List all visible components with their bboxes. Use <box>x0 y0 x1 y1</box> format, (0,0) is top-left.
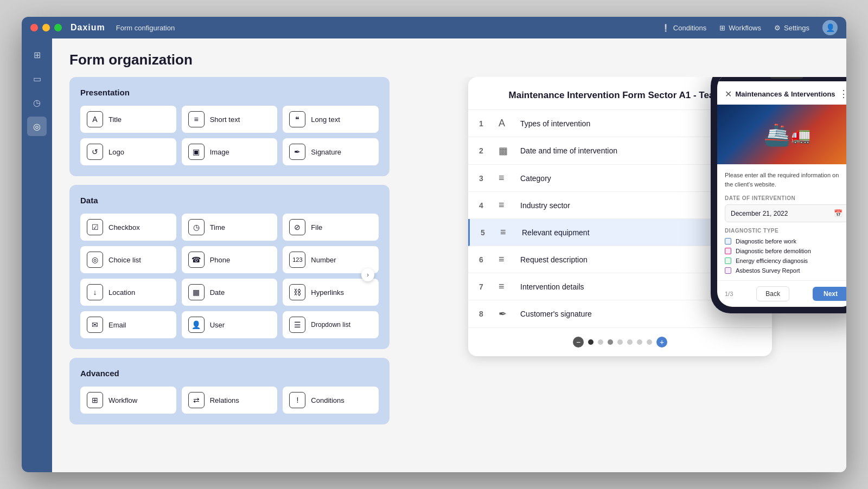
presentation-grid: A Title ≡ Short text ❝ Long text <box>80 106 379 165</box>
mobile-body: Please enter all the required informatio… <box>717 164 846 280</box>
type-label-1: Diagnostic before work <box>736 238 796 244</box>
title-item[interactable]: A Title <box>80 106 176 133</box>
type-item-3[interactable]: Energy efficiency diagnosis <box>725 258 846 264</box>
mobile-more-icon[interactable]: ⋮ <box>839 88 846 100</box>
logo-item[interactable]: ↺ Logo <box>80 138 176 165</box>
conditions-item[interactable]: ! Conditions <box>283 387 379 414</box>
email-label: Email <box>108 321 126 329</box>
brand-logo: Daxium <box>71 23 105 33</box>
dot-6[interactable] <box>637 339 642 345</box>
avatar[interactable]: 👤 <box>822 20 838 35</box>
item-icon-4: ≡ <box>499 200 512 211</box>
choice-list-item[interactable]: ◎ Choice list <box>80 246 176 273</box>
dropdown-list-icon: ☰ <box>289 317 305 333</box>
date-item[interactable]: ▦ Date <box>182 279 278 306</box>
image-item[interactable]: ▣ Image <box>182 138 278 165</box>
mobile-phone-wrapper: ✕ Maintenances & Interventions ⋮ 🚢 🚛 Ple… <box>711 77 846 313</box>
time-icon: ◷ <box>188 219 205 235</box>
item-label-7: Intervention details <box>520 282 584 291</box>
item-num-7: 7 <box>479 282 490 291</box>
close-button[interactable] <box>30 24 38 31</box>
hyperlinks-label: Hyperlinks <box>311 288 344 297</box>
sidebar-item-history[interactable]: ◷ <box>27 93 47 112</box>
advanced-section: Advanced ⊞ Workflow ⇄ Relations <box>69 358 390 424</box>
dot-7[interactable] <box>647 339 652 345</box>
email-item[interactable]: ✉ Email <box>80 311 176 338</box>
item-num-1: 1 <box>479 119 490 128</box>
dot-4[interactable] <box>617 339 623 345</box>
relations-item[interactable]: ⇄ Relations <box>182 387 278 414</box>
item-num-8: 8 <box>479 310 490 318</box>
workflows-nav[interactable]: ⊞ Workflows <box>719 24 761 32</box>
signature-item[interactable]: ✒ Signature <box>283 138 379 165</box>
next-button[interactable]: Next <box>813 287 846 301</box>
short-text-item[interactable]: ≡ Short text <box>182 106 278 133</box>
date-value-text: December 21, 2022 <box>731 210 788 217</box>
main-content: Presentation A Title ≡ Short text <box>52 77 846 472</box>
minimize-button[interactable] <box>42 24 50 31</box>
form-org-panel: Presentation A Title ≡ Short text <box>69 77 390 459</box>
date-field-value[interactable]: December 21, 2022 📅 <box>725 204 846 222</box>
signature-icon: ✒ <box>289 144 305 160</box>
long-text-label: Long text <box>311 115 340 124</box>
presentation-section: Presentation A Title ≡ Short text <box>69 77 390 176</box>
conditions-nav[interactable]: ❕ Conditions <box>661 24 706 32</box>
dot-3[interactable] <box>608 339 613 345</box>
data-grid: ☑ Checkbox ◷ Time ⊘ File <box>80 214 379 338</box>
long-text-icon: ❝ <box>289 111 305 127</box>
item-num-6: 6 <box>479 255 490 264</box>
sidebar-item-grid[interactable]: ⊞ <box>27 45 47 65</box>
sidebar-item-form[interactable]: ◎ <box>27 117 47 136</box>
mac-window: Daxium Form configuration ❕ Conditions ⊞… <box>22 17 846 472</box>
item-icon-7: ≡ <box>499 281 512 292</box>
sidebar-item-page[interactable]: ▭ <box>27 69 47 88</box>
dot-plus-btn[interactable]: + <box>656 337 667 348</box>
collapse-arrow[interactable]: › <box>361 268 374 281</box>
file-item[interactable]: ⊘ File <box>283 214 379 241</box>
workflow-label: Workflow <box>108 396 137 404</box>
checkbox-label: Checkbox <box>108 223 140 231</box>
item-label-5: Relevant equipment <box>522 228 590 237</box>
location-label: Location <box>108 288 135 297</box>
main-layout: ⊞ ▭ ◷ ◎ Form organization Presentation A <box>22 38 846 472</box>
choice-list-label: Choice list <box>108 256 141 264</box>
time-item[interactable]: ◷ Time <box>182 214 278 241</box>
back-button[interactable]: Back <box>756 286 789 301</box>
hyperlinks-item[interactable]: ⛓ Hyperlinks <box>283 279 379 306</box>
item-num-4: 4 <box>479 201 490 210</box>
user-item[interactable]: 👤 User <box>182 311 278 338</box>
type-item-2[interactable]: Diagnostic before demolition <box>725 248 846 254</box>
long-text-item[interactable]: ❝ Long text <box>283 106 379 133</box>
mobile-header: ✕ Maintenances & Interventions ⋮ <box>717 81 846 105</box>
dot-2[interactable] <box>598 339 603 345</box>
hero-truck-icon: 🚛 <box>790 125 810 144</box>
type-label-3: Energy efficiency diagnosis <box>736 258 808 264</box>
item-icon-8: ✒ <box>499 308 512 320</box>
settings-nav[interactable]: ⚙ Settings <box>774 24 809 32</box>
phone-item[interactable]: ☎ Phone <box>182 246 278 273</box>
checkbox-icon: ☑ <box>87 219 103 235</box>
type-item-1[interactable]: Diagnostic before work <box>725 238 846 244</box>
notch-bar <box>770 77 803 79</box>
mobile-close-icon[interactable]: ✕ <box>725 89 732 99</box>
location-item[interactable]: ↓ Location <box>80 279 176 306</box>
type-item-4[interactable]: Asbestos Survey Report <box>725 267 846 274</box>
dot-1[interactable] <box>588 339 593 345</box>
dot-minus-btn[interactable]: − <box>573 337 584 348</box>
item-label-2: Date and time of intervention <box>520 146 617 155</box>
workflow-item[interactable]: ⊞ Workflow <box>80 387 176 414</box>
title-icon: A <box>87 111 103 127</box>
type-dot-purple <box>725 267 731 274</box>
short-text-icon: ≡ <box>188 111 205 127</box>
item-num-5: 5 <box>481 228 492 237</box>
dot-5[interactable] <box>627 339 633 345</box>
dropdown-list-item[interactable]: ☰ Dropdown list <box>283 311 379 338</box>
time-label: Time <box>210 223 225 231</box>
icon-sidebar: ⊞ ▭ ◷ ◎ <box>22 38 52 472</box>
mobile-page-num: 1/3 <box>725 291 733 297</box>
page-title: Form organization <box>69 52 829 68</box>
checkbox-item[interactable]: ☑ Checkbox <box>80 214 176 241</box>
data-section: Data ☑ Checkbox ◷ Time ⊘ <box>69 185 390 349</box>
user-label: User <box>210 321 225 329</box>
maximize-button[interactable] <box>54 24 62 31</box>
